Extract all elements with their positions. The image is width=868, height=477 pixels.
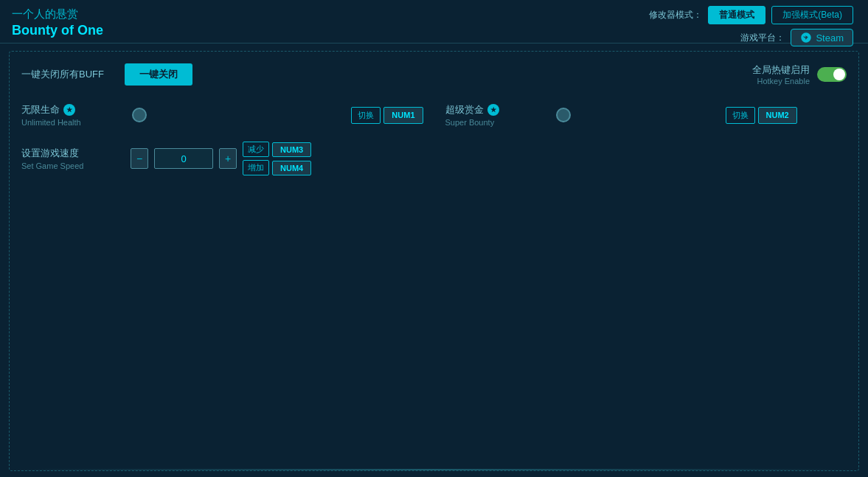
- platform-row: 游戏平台： Steam: [740, 29, 853, 46]
- speed-row: 设置游戏速度 Set Game Speed − + 减少 NUM3 增加 NUM…: [21, 142, 423, 175]
- super-bounty-switch-btn[interactable]: 切换: [726, 107, 755, 124]
- speed-increase-btn[interactable]: +: [219, 148, 237, 169]
- super-bounty-star: ★: [487, 104, 499, 116]
- speed-value-input[interactable]: [154, 148, 213, 169]
- speed-decrease-key-btn[interactable]: NUM3: [272, 142, 311, 157]
- one-click-button[interactable]: 一键关闭: [125, 63, 192, 86]
- super-bounty-zh: 超级赏金: [445, 103, 484, 116]
- unlimited-health-switch-btn[interactable]: 切换: [351, 107, 381, 124]
- speed-hotkeys: 减少 NUM3 增加 NUM4: [243, 142, 311, 175]
- unlimited-health-key-btn[interactable]: NUM1: [383, 107, 423, 124]
- speed-increase-key-btn[interactable]: NUM4: [272, 161, 311, 175]
- speed-en-label: Set Game Speed: [21, 161, 125, 170]
- super-bounty-toggle[interactable]: [556, 108, 571, 122]
- super-bounty-en: Super Bounty: [445, 118, 549, 127]
- speed-decrease-hotkey: 减少 NUM3: [243, 142, 311, 157]
- unlimited-health-zh: 无限生命: [21, 103, 60, 116]
- bottom-bar: [10, 469, 858, 470]
- platform-label: 游戏平台：: [740, 32, 785, 44]
- toggle-thumb: [833, 69, 845, 80]
- hotkey-toggle[interactable]: [817, 67, 847, 82]
- features-right: 超级赏金 ★ Super Bounty 切换 NUM2: [423, 103, 847, 175]
- speed-zh-label: 设置游戏速度: [21, 147, 79, 160]
- super-bounty-hotkeys: 切换 NUM2: [726, 107, 797, 124]
- speed-decrease-btn[interactable]: −: [131, 148, 148, 169]
- speed-increase-label-btn[interactable]: 增加: [243, 160, 269, 175]
- steam-button[interactable]: Steam: [791, 29, 853, 46]
- steam-label: Steam: [816, 32, 844, 43]
- steam-icon: [800, 32, 812, 43]
- toggle-track: [817, 67, 847, 82]
- mode-enhanced-button[interactable]: 加强模式(Beta): [771, 6, 853, 24]
- unlimited-health-star: ★: [63, 104, 75, 116]
- speed-decrease-label-btn[interactable]: 减少: [243, 142, 269, 157]
- one-click-label: 一键关闭所有BUFF: [21, 68, 110, 81]
- unlimited-health-toggle[interactable]: [132, 108, 147, 122]
- hotkey-en-label: Hotkey Enable: [752, 77, 810, 86]
- features-left: 无限生命 ★ Unlimited Health 切换 NUM1 设置游戏速度: [21, 103, 423, 175]
- top-right-controls: 修改器模式： 普通模式 加强模式(Beta) 游戏平台： Steam: [649, 6, 853, 46]
- feature-unlimited-health: 无限生命 ★ Unlimited Health 切换 NUM1: [21, 103, 423, 127]
- unlimited-health-en: Unlimited Health: [21, 118, 125, 127]
- mode-normal-button[interactable]: 普通模式: [708, 6, 765, 24]
- hotkey-zh-label: 全局热键启用: [752, 63, 810, 77]
- super-bounty-key-btn[interactable]: NUM2: [758, 107, 797, 124]
- feature-super-bounty: 超级赏金 ★ Super Bounty 切换 NUM2: [445, 103, 847, 127]
- mode-row: 修改器模式： 普通模式 加强模式(Beta): [649, 6, 853, 24]
- one-click-row: 一键关闭所有BUFF 一键关闭: [21, 63, 847, 86]
- hotkey-section: 全局热键启用 Hotkey Enable: [752, 63, 847, 86]
- speed-increase-hotkey: 增加 NUM4: [243, 160, 311, 175]
- unlimited-health-hotkeys: 切换 NUM1: [351, 107, 423, 124]
- main-content: 一键关闭所有BUFF 一键关闭 全局热键启用 Hotkey Enable 无限生…: [9, 51, 859, 471]
- mode-label: 修改器模式：: [649, 9, 702, 21]
- features-split: 无限生命 ★ Unlimited Health 切换 NUM1 设置游戏速度: [21, 103, 847, 175]
